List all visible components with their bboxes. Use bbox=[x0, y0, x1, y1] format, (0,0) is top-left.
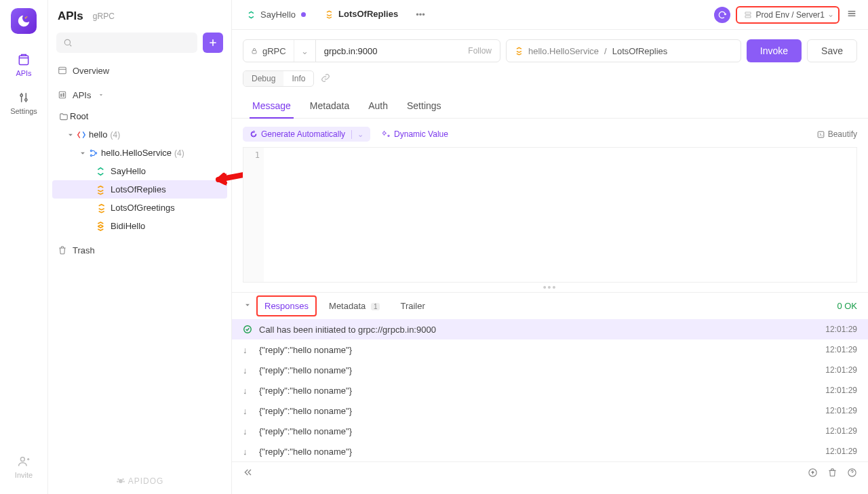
resp-time: 12:01:29 bbox=[825, 325, 857, 334]
rail-invite[interactable]: Invite bbox=[0, 448, 47, 486]
url-input[interactable]: grpcb.in:9000 Follow bbox=[315, 39, 500, 62]
resp-row[interactable]: ↓{"reply":"hello noname"}12:01:29 bbox=[232, 441, 868, 461]
line-num-1: 1 bbox=[255, 150, 260, 160]
unary-icon bbox=[247, 10, 256, 20]
follow-button[interactable]: Follow bbox=[468, 46, 492, 56]
sidebar-footer: APIDOG bbox=[48, 468, 231, 494]
tree-hello-count: (4) bbox=[110, 130, 120, 140]
tree-hello-label: hello bbox=[89, 129, 107, 140]
arrow-down-icon: ↓ bbox=[243, 426, 254, 436]
sidebar-trash[interactable]: Trash bbox=[48, 241, 231, 260]
subtab-debug[interactable]: Debug bbox=[243, 71, 283, 86]
mtab-message[interactable]: Message bbox=[243, 94, 300, 118]
environment-selector[interactable]: Prod Env / Server1 bbox=[736, 6, 840, 24]
metadata-count-badge: 1 bbox=[371, 303, 380, 310]
svg-point-8 bbox=[90, 150, 92, 151]
more-menu-button[interactable] bbox=[845, 8, 859, 21]
arrow-down-icon: ↓ bbox=[243, 345, 254, 355]
sidebar-trash-label: Trash bbox=[73, 245, 95, 255]
mtab-metadata[interactable]: Metadata bbox=[300, 94, 359, 118]
check-icon bbox=[243, 325, 254, 334]
invoke-button[interactable]: Invoke bbox=[747, 39, 802, 62]
unary-icon bbox=[96, 166, 106, 177]
trash-icon bbox=[58, 245, 67, 255]
protocol-selector[interactable]: gRPC bbox=[243, 46, 294, 56]
sidebar-overview-label: Overview bbox=[73, 66, 109, 76]
drag-handle[interactable]: ••• bbox=[232, 283, 868, 292]
tab-sayhello-label: SayHello bbox=[260, 9, 296, 20]
status-code: 0 OK bbox=[837, 301, 857, 311]
resp-row[interactable]: ↓{"reply":"hello noname"}12:01:29 bbox=[232, 421, 868, 441]
help-icon[interactable] bbox=[847, 468, 857, 480]
save-button[interactable]: Save bbox=[807, 39, 857, 62]
link-icon[interactable] bbox=[321, 73, 330, 85]
plus-icon bbox=[208, 37, 218, 48]
mtab-auth[interactable]: Auth bbox=[359, 94, 397, 118]
beautify-button[interactable]: Beautify bbox=[816, 129, 857, 139]
env-icon bbox=[744, 11, 752, 19]
menu-icon bbox=[846, 8, 857, 19]
svg-point-10 bbox=[95, 152, 96, 153]
sync-icon[interactable] bbox=[714, 7, 730, 23]
overview-icon bbox=[58, 66, 67, 75]
tree-root[interactable]: Root bbox=[52, 107, 227, 125]
svg-point-3 bbox=[25, 99, 27, 101]
sidebar-apis-section[interactable]: APIs bbox=[48, 85, 231, 104]
rail-apis[interactable]: APIs bbox=[0, 46, 47, 84]
app-logo[interactable] bbox=[11, 8, 37, 34]
magic-icon bbox=[382, 130, 391, 138]
tree-service-label: hello.HelloService bbox=[101, 148, 172, 158]
resp-body: {"reply":"hello noname"} bbox=[259, 365, 352, 375]
clear-icon[interactable] bbox=[827, 468, 837, 480]
tab-sayhello[interactable]: SayHello bbox=[237, 0, 315, 30]
server-stream-icon bbox=[325, 9, 334, 19]
svg-rect-16 bbox=[252, 51, 256, 54]
sidebar-title: APIs bbox=[58, 9, 83, 23]
tree-method-bidihello[interactable]: BidiHello bbox=[52, 217, 227, 235]
tree-hello[interactable]: hello (4) bbox=[52, 125, 227, 144]
chevron-down-icon[interactable]: ⌄ bbox=[351, 130, 363, 139]
svg-rect-6 bbox=[59, 67, 66, 73]
message-editor[interactable]: 1 bbox=[243, 147, 857, 283]
resp-tab-responses[interactable]: Responses bbox=[256, 295, 317, 316]
tree-method-lotsofreplies[interactable]: LotsOfReplies bbox=[52, 180, 227, 199]
search-icon bbox=[63, 38, 73, 47]
resp-body: {"reply":"hello noname"} bbox=[259, 426, 352, 436]
resp-tab-metadata[interactable]: Metadata 1 bbox=[321, 297, 388, 315]
rail-settings[interactable]: Settings bbox=[0, 84, 47, 122]
generate-auto-button[interactable]: Generate Automatically ⌄ bbox=[243, 127, 370, 142]
resp-row[interactable]: ↓{"reply":"hello noname"}12:01:29 bbox=[232, 380, 868, 400]
collapse-panel-button[interactable] bbox=[243, 467, 254, 480]
server-stream-icon bbox=[515, 46, 524, 56]
apidog-icon bbox=[116, 476, 125, 486]
service-icon bbox=[89, 148, 98, 158]
tab-overflow[interactable]: ••• bbox=[408, 9, 433, 20]
rail-invite-label: Invite bbox=[15, 471, 33, 479]
collapse-toggle[interactable] bbox=[243, 300, 252, 312]
search-input[interactable] bbox=[56, 33, 197, 53]
add-button[interactable] bbox=[203, 33, 223, 53]
mtab-settings[interactable]: Settings bbox=[397, 94, 451, 118]
subtab-info[interactable]: Info bbox=[283, 71, 313, 86]
protocol-dropdown[interactable]: ⌄ bbox=[294, 40, 315, 62]
tab-lotsofreplies[interactable]: LotsOfReplies bbox=[315, 0, 408, 30]
dynamic-value-button[interactable]: Dynamic Value bbox=[376, 127, 455, 142]
resp-row[interactable]: ↓{"reply":"hello noname"}12:01:29 bbox=[232, 339, 868, 360]
sidebar-overview[interactable]: Overview bbox=[48, 61, 231, 80]
upload-icon[interactable] bbox=[808, 468, 818, 480]
resp-row[interactable]: ↓{"reply":"hello noname"}12:01:29 bbox=[232, 400, 868, 421]
tree-method-lotsofgreetings[interactable]: LotsOfGreetings bbox=[52, 199, 227, 217]
resp-row[interactable]: ↓{"reply":"hello noname"}12:01:29 bbox=[232, 360, 868, 380]
arrow-down-icon: ↓ bbox=[243, 365, 254, 375]
resp-tab-trailer[interactable]: Trailer bbox=[392, 297, 433, 315]
tree-service[interactable]: hello.HelloService (4) bbox=[52, 144, 227, 162]
service-name: hello.HelloService bbox=[528, 46, 599, 56]
svg-point-14 bbox=[117, 480, 118, 482]
resp-body: {"reply":"hello noname"} bbox=[259, 447, 352, 457]
sidebar-apis-label: APIs bbox=[73, 90, 91, 100]
service-method-selector[interactable]: hello.HelloService / LotsOfReplies bbox=[506, 39, 741, 62]
url-value: grpcb.in:9000 bbox=[324, 46, 378, 56]
dirty-dot-icon bbox=[301, 12, 306, 17]
resp-row-init[interactable]: Call has been initiated to grpc://grpcb.… bbox=[232, 319, 868, 339]
tree-method-sayhello[interactable]: SayHello bbox=[52, 162, 227, 180]
